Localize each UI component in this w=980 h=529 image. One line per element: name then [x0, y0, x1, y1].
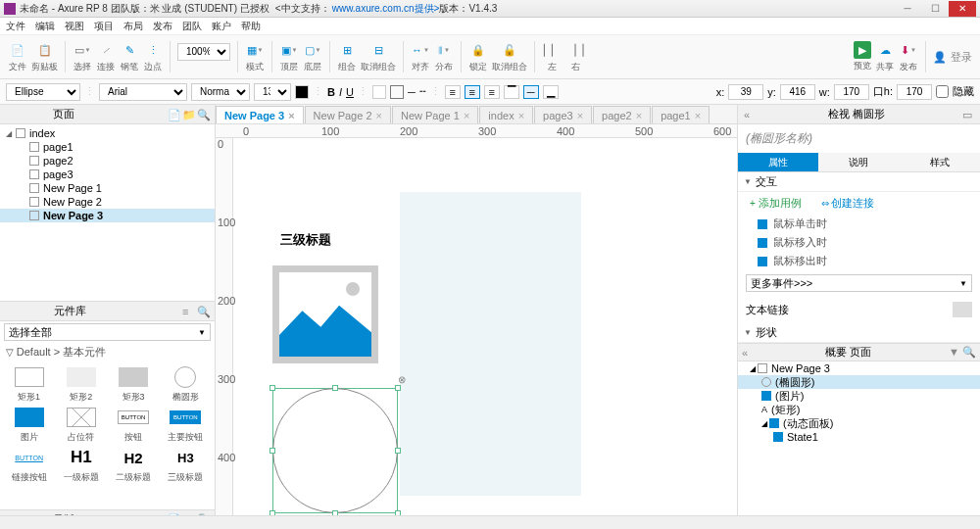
tree-item[interactable]: New Page 2 [0, 195, 215, 209]
select-tool[interactable]: ▭▼选择 [73, 40, 92, 73]
widget-rect3[interactable]: 矩形3 [109, 365, 159, 404]
clipboard-group[interactable]: 📋剪贴板 [31, 40, 58, 73]
group-btn[interactable]: ⊞组合 [337, 40, 357, 73]
more-events-select[interactable]: 更多事件>>>▼ [746, 274, 972, 292]
widget-h3[interactable]: H3三级标题 [161, 446, 211, 484]
distribute-btn[interactable]: ⫴▼分布 [434, 40, 454, 73]
create-link[interactable]: ⇔ 创建连接 [821, 196, 875, 211]
line-weight[interactable]: ─ [408, 86, 416, 98]
add-folder-icon[interactable]: 📁 [182, 109, 194, 120]
bring-front-btn[interactable]: ▣▼顶层 [279, 40, 299, 73]
outline-item[interactable]: State1 [738, 430, 980, 444]
widget-h2[interactable]: H2二级标题 [109, 446, 159, 484]
close-button[interactable]: ✕ [949, 1, 976, 17]
tab[interactable]: New Page 2× [305, 106, 391, 123]
tree-item-selected[interactable]: New Page 3 [0, 209, 215, 222]
tab[interactable]: page1× [652, 106, 710, 123]
align-btn[interactable]: ↔▼对齐 [411, 40, 430, 73]
tab-style[interactable]: 样式 [900, 153, 980, 171]
add-page-icon[interactable]: 📄 [168, 109, 179, 120]
widget-button[interactable]: BUTTON按钮 [109, 406, 159, 444]
ungroup-btn[interactable]: ⊟取消组合 [361, 40, 396, 73]
text-align-center[interactable]: ≡ [465, 85, 480, 99]
lock-btn[interactable]: 🔒锁定 [468, 40, 488, 73]
menu-view[interactable]: 视图 [65, 20, 84, 33]
tab[interactable]: page2× [593, 106, 651, 123]
publish-btn[interactable]: ⬇▼发布 [899, 40, 918, 73]
menu-arrange[interactable]: 布局 [123, 20, 143, 33]
lib-group-title[interactable]: ▽ Default > 基本元件 [0, 343, 215, 361]
valign-top[interactable]: ▔ [504, 85, 519, 99]
menu-account[interactable]: 账户 [212, 20, 231, 33]
preview-btn[interactable]: ▶预览 [854, 41, 871, 72]
lib-menu-icon[interactable]: ≡ [182, 306, 194, 317]
maximize-button[interactable]: ☐ [921, 1, 949, 17]
line-color[interactable] [390, 85, 404, 99]
tab-active[interactable]: New Page 3× [216, 106, 304, 123]
widget-ellipse[interactable]: 椭圆形 [161, 365, 211, 404]
tree-item[interactable]: page2 [0, 154, 215, 168]
menu-edit[interactable]: 编辑 [35, 20, 55, 33]
tab-properties[interactable]: 属性 [738, 153, 818, 171]
tab[interactable]: page3× [534, 106, 592, 123]
event-mouseenter[interactable]: 鼠标移入时 [738, 233, 980, 252]
outline-root[interactable]: ◢New Page 3 [738, 361, 980, 375]
fill-color[interactable] [372, 85, 386, 99]
shape-section[interactable]: ▼形状 [738, 323, 980, 343]
outline-item[interactable]: (图片) [738, 389, 980, 403]
menu-team[interactable]: 团队 [182, 20, 202, 33]
tab[interactable]: index× [479, 106, 533, 123]
w-input[interactable] [834, 84, 869, 100]
outline-item[interactable]: A(矩形) [738, 403, 980, 416]
menu-file[interactable]: 文件 [6, 20, 25, 33]
menu-publish[interactable]: 发布 [153, 20, 172, 33]
tab-notes[interactable]: 说明 [818, 153, 899, 171]
file-group[interactable]: 📄文件 [8, 40, 27, 73]
align-left-btn[interactable]: ▏▏左 [542, 40, 562, 73]
lib-search-icon[interactable]: 🔍 [197, 306, 209, 317]
widget-rect1[interactable]: 矩形1 [4, 365, 54, 404]
event-mouseleave[interactable]: 鼠标移出时 [738, 252, 980, 270]
y-input[interactable] [780, 84, 815, 100]
add-case-link[interactable]: + 添加用例 [750, 196, 802, 211]
tree-item[interactable]: page1 [0, 140, 215, 154]
interaction-section[interactable]: ▼交互 [738, 172, 980, 192]
widget-link-button[interactable]: BUTTON链接按钮 [4, 446, 54, 484]
line-style[interactable]: ╌ [419, 85, 426, 98]
image-widget[interactable] [272, 265, 378, 363]
unlock-btn[interactable]: 🔓取消组合 [492, 40, 527, 73]
login-button[interactable]: 👤登录 [933, 50, 972, 65]
x-input[interactable] [728, 84, 763, 100]
tree-root[interactable]: ◢index [0, 126, 215, 140]
shape-name-field[interactable]: (椭圆形名称) [738, 124, 980, 153]
widget-image[interactable]: 图片 [4, 406, 54, 444]
fontsize-select[interactable]: 13 [254, 83, 291, 101]
points-tool[interactable]: ⋮边点 [143, 40, 163, 73]
h-input[interactable] [897, 84, 932, 100]
tree-item[interactable]: page3 [0, 168, 215, 181]
widget-placeholder[interactable]: 占位符 [56, 406, 106, 444]
minimize-button[interactable]: ─ [894, 1, 921, 17]
widget-primary-button[interactable]: BUTTON主要按钮 [161, 406, 211, 444]
dynamic-panel-widget[interactable] [400, 192, 581, 496]
hidden-checkbox[interactable] [936, 85, 949, 98]
lib-select-all[interactable]: 选择全部▼ [4, 323, 211, 341]
outline-item[interactable]: ◢(动态面板) [738, 416, 980, 430]
text-align-right[interactable]: ≡ [484, 85, 500, 99]
canvas[interactable]: 0 100 200 300 400 三级标题 ⊗ [216, 138, 737, 529]
text-align-left[interactable]: ≡ [445, 85, 461, 99]
color-swatch[interactable] [295, 85, 309, 99]
menu-project[interactable]: 项目 [94, 20, 114, 33]
widget-rect2[interactable]: 矩形2 [56, 365, 106, 404]
connect-tool[interactable]: ⟋连接 [96, 40, 116, 73]
align-right-btn[interactable]: ▕▕右 [565, 40, 585, 73]
send-back-btn[interactable]: ▢▼底层 [303, 40, 322, 73]
heading-widget[interactable]: 三级标题 [280, 231, 331, 249]
shape-select[interactable]: Ellipse [6, 83, 80, 101]
tree-item[interactable]: New Page 1 [0, 181, 215, 195]
pen-tool[interactable]: ✎钢笔 [120, 40, 139, 73]
bold-btn[interactable]: B [327, 86, 335, 98]
valign-bot[interactable]: ▁ [543, 85, 559, 99]
underline-btn[interactable]: U [346, 86, 354, 98]
menu-help[interactable]: 帮助 [241, 20, 261, 33]
